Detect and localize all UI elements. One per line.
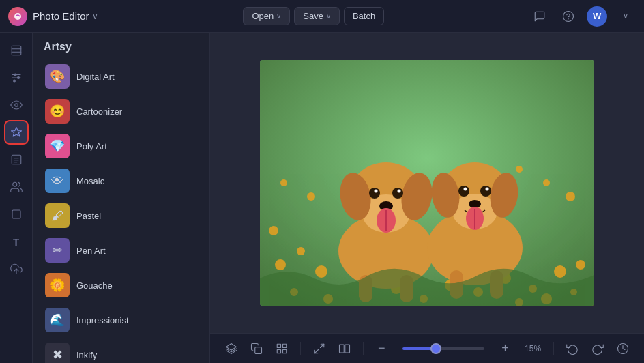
svg-line-81 — [314, 349, 318, 353]
open-chevron: ∨ — [276, 12, 281, 20]
undo-icon[interactable] — [562, 338, 582, 359]
panel-item-label-pen-art: Pen Art — [76, 246, 106, 256]
svg-point-24 — [315, 265, 327, 278]
zoom-slider[interactable] — [402, 347, 484, 350]
svg-point-1 — [564, 11, 574, 21]
effects-panel: Artsy 🎨Digital Art😊Cartoonizer💎Poly Art👁… — [33, 33, 210, 363]
save-chevron: ∨ — [326, 12, 331, 20]
left-toolbar: T — [0, 33, 33, 363]
panel-item-icon-mosaic: 👁 — [45, 169, 70, 193]
svg-rect-79 — [283, 349, 287, 353]
effects-list: 🎨Digital Art😊Cartoonizer💎Poly Art👁Mosaic… — [33, 59, 209, 363]
panel-item-icon-pastel: 🖌 — [45, 203, 70, 228]
svg-rect-82 — [339, 345, 344, 353]
svg-point-66 — [480, 186, 491, 197]
people-tool[interactable] — [4, 175, 29, 199]
zoom-in-icon[interactable]: + — [495, 338, 515, 359]
svg-point-36 — [554, 265, 566, 278]
info-tool[interactable] — [4, 147, 29, 172]
panel-item-icon-pen-art: ✏ — [45, 238, 70, 263]
header-center-actions: Open ∨ Save ∨ Batch — [243, 7, 384, 25]
export-tool[interactable] — [4, 257, 29, 281]
svg-point-65 — [458, 186, 469, 197]
panel-item-label-pastel: Pastel — [76, 211, 101, 221]
effects-tool[interactable] — [4, 120, 29, 145]
separator-2 — [363, 342, 364, 355]
svg-point-22 — [297, 247, 305, 255]
panel-item-pastel[interactable]: 🖌Pastel — [37, 199, 205, 233]
save-button[interactable]: Save ∨ — [294, 7, 340, 25]
header: Photo Editor ∨ Open ∨ Save ∨ Batch W ∨ — [0, 0, 644, 33]
zoom-out-icon[interactable]: − — [372, 338, 392, 359]
panel-item-digital-art[interactable]: 🎨Digital Art — [37, 59, 205, 93]
grid-icon[interactable] — [272, 338, 292, 359]
canvas-area: − + 15% — [210, 33, 644, 363]
redo-icon[interactable] — [587, 338, 607, 359]
svg-point-0 — [14, 13, 21, 20]
svg-line-80 — [320, 344, 323, 347]
main-area: T Artsy 🎨Digital Art😊Cartoonizer💎Poly Ar… — [0, 33, 644, 363]
svg-point-10 — [17, 77, 19, 79]
svg-rect-18 — [12, 210, 20, 218]
svg-point-43 — [543, 179, 550, 186]
panel-item-gouache[interactable]: 🌼Gouache — [37, 268, 205, 302]
app-logo — [8, 7, 27, 26]
panel-item-label-poly-art: Poly Art — [76, 141, 107, 151]
history-icon[interactable] — [613, 338, 633, 359]
text-tool[interactable]: T — [4, 229, 29, 254]
bottom-toolbar: − + 15% — [210, 333, 644, 363]
panel-item-icon-cartoonizer: 😊 — [45, 99, 70, 124]
svg-rect-76 — [278, 344, 281, 347]
svg-point-68 — [486, 188, 489, 191]
panel-title: Artsy — [33, 33, 209, 59]
svg-point-21 — [275, 259, 286, 270]
panel-item-icon-impressionist: 🌊 — [45, 308, 70, 332]
svg-marker-74 — [226, 343, 236, 350]
layers-tool[interactable] — [4, 38, 29, 63]
app-name-chevron[interactable]: ∨ — [92, 12, 98, 21]
svg-point-11 — [13, 80, 15, 82]
canvas-image — [260, 60, 594, 306]
panel-item-label-inkify: Inkify — [76, 350, 97, 360]
svg-point-42 — [307, 192, 315, 201]
panel-item-impressionist[interactable]: 🌊Impressionist — [37, 303, 205, 337]
panel-item-label-cartoonizer: Cartoonizer — [76, 106, 122, 117]
adjustments-tool[interactable] — [4, 66, 29, 90]
panel-item-mosaic[interactable]: 👁Mosaic — [37, 164, 205, 198]
copy-icon[interactable] — [246, 338, 266, 359]
avatar-chevron[interactable]: ∨ — [615, 6, 636, 27]
panel-item-poly-art[interactable]: 💎Poly Art — [37, 129, 205, 163]
layers-icon[interactable] — [221, 338, 241, 359]
svg-point-9 — [14, 74, 16, 76]
separator-3 — [553, 342, 554, 355]
panel-item-icon-inkify: ✖ — [45, 343, 70, 363]
zoom-slider-container — [402, 347, 484, 350]
crop-tool[interactable] — [4, 202, 29, 227]
canvas-wrapper — [210, 33, 644, 333]
zoom-percent: 15% — [521, 344, 545, 353]
user-avatar[interactable]: W — [587, 6, 607, 27]
svg-point-53 — [375, 190, 378, 193]
view-tool[interactable] — [4, 93, 29, 117]
batch-button[interactable]: Batch — [344, 7, 384, 25]
app-name: Photo Editor — [33, 10, 89, 22]
panel-item-cartoonizer[interactable]: 😊Cartoonizer — [37, 94, 205, 128]
panel-item-pen-art[interactable]: ✏Pen Art — [37, 233, 205, 267]
svg-point-52 — [392, 188, 403, 199]
svg-rect-75 — [255, 347, 262, 353]
help-button[interactable] — [558, 6, 579, 27]
panel-item-label-digital-art: Digital Art — [76, 72, 115, 82]
compare-icon[interactable] — [334, 338, 354, 359]
open-button[interactable]: Open ∨ — [243, 7, 290, 25]
panel-item-label-impressionist: Impressionist — [76, 315, 129, 325]
svg-point-44 — [566, 192, 575, 201]
feedback-button[interactable] — [529, 6, 550, 27]
panel-item-label-mosaic: Mosaic — [76, 176, 104, 186]
svg-point-41 — [280, 179, 287, 186]
svg-point-23 — [269, 226, 278, 235]
svg-rect-13 — [12, 155, 21, 164]
svg-point-12 — [14, 104, 18, 107]
fullscreen-icon[interactable] — [309, 338, 329, 359]
svg-rect-83 — [345, 345, 350, 353]
panel-item-inkify[interactable]: ✖Inkify — [37, 338, 205, 363]
